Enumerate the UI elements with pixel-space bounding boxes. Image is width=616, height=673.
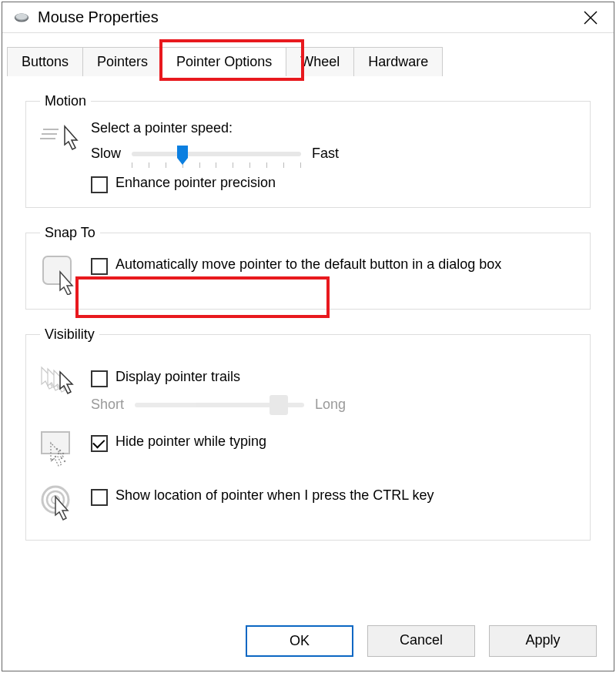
hide-while-typing-checkbox[interactable]: [91, 435, 108, 452]
svg-point-17: [64, 460, 65, 462]
snapto-label: Automatically move pointer to the defaul…: [116, 256, 501, 273]
svg-point-13: [58, 453, 59, 454]
mouse-icon: [13, 12, 30, 24]
pointer-speed-slider[interactable]: [132, 144, 301, 162]
svg-point-11: [59, 450, 61, 451]
hide-while-typing-icon: [40, 429, 91, 472]
svg-point-15: [61, 457, 62, 459]
titlebar: Mouse Properties: [2, 2, 614, 33]
ok-button[interactable]: OK: [246, 625, 353, 657]
snapto-group: Snap To Automatically move pointer to th…: [25, 225, 591, 310]
tab-wheel[interactable]: Wheel: [286, 47, 354, 76]
trails-label: Display pointer trails: [116, 369, 240, 385]
svg-point-14: [55, 456, 56, 457]
enhance-precision-checkbox[interactable]: [91, 176, 108, 193]
snapto-icon: [40, 252, 91, 295]
snapto-legend: Snap To: [40, 225, 100, 241]
svg-point-16: [52, 459, 53, 460]
svg-point-12: [62, 453, 64, 454]
hide-while-typing-label: Hide pointer while typing: [116, 434, 266, 450]
mouse-properties-window: Mouse Properties Buttons Pointers Pointe…: [2, 2, 614, 671]
ctrl-locate-icon: [40, 483, 91, 526]
trails-slider-thumb: [270, 395, 288, 415]
snapto-checkbox[interactable]: [91, 258, 108, 275]
ctrl-locate-label: Show location of pointer when I press th…: [116, 487, 434, 504]
tab-buttons[interactable]: Buttons: [7, 47, 83, 76]
trails-checkbox[interactable]: [91, 370, 108, 387]
motion-legend: Motion: [40, 93, 91, 109]
enhance-precision-label: Enhance pointer precision: [116, 175, 276, 191]
pointer-motion-icon: [40, 120, 91, 154]
visibility-group: Visibility Displ: [25, 326, 591, 541]
visibility-legend: Visibility: [40, 326, 99, 343]
svg-rect-9: [42, 432, 69, 454]
tab-hardware[interactable]: Hardware: [353, 47, 443, 76]
dialog-buttons: OK Cancel Apply: [2, 614, 614, 671]
window-title: Mouse Properties: [38, 8, 578, 26]
tab-pointer-options[interactable]: Pointer Options: [162, 47, 286, 76]
trails-icon: [40, 364, 91, 400]
tabs: Buttons Pointers Pointer Options Wheel H…: [2, 33, 614, 76]
slow-label: Slow: [91, 146, 121, 162]
cancel-button[interactable]: Cancel: [367, 625, 475, 657]
trails-short-label: Short: [91, 397, 124, 413]
fast-label: Fast: [312, 146, 339, 162]
motion-group: Motion Select a pointer speed:: [25, 93, 591, 208]
tab-pointers[interactable]: Pointers: [82, 47, 162, 76]
apply-button[interactable]: Apply: [489, 625, 597, 657]
svg-point-2: [16, 13, 28, 19]
trails-long-label: Long: [315, 397, 346, 413]
trails-slider: [135, 395, 304, 414]
pointer-speed-label: Select a pointer speed:: [91, 120, 576, 136]
close-button[interactable]: [578, 10, 603, 25]
ctrl-locate-checkbox[interactable]: [91, 489, 108, 506]
pointer-speed-thumb[interactable]: [176, 146, 189, 166]
tab-content: Motion Select a pointer speed:: [2, 76, 614, 614]
